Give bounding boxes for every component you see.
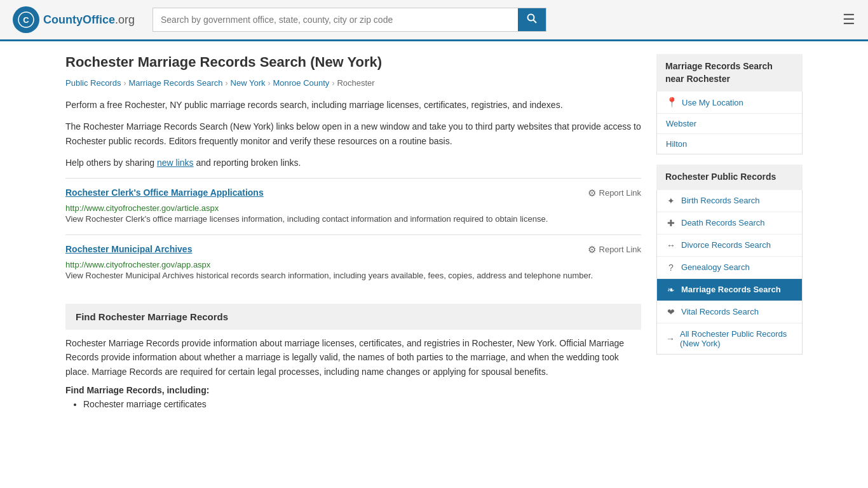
list-item-0: Rochester marriage certificates — [83, 399, 641, 409]
page-title: Rochester Marriage Records Search (New Y… — [65, 54, 641, 71]
sidebar-public-records-title: Rochester Public Records — [665, 172, 776, 182]
all-records-icon: → — [666, 334, 675, 344]
nearby-link-webster[interactable]: Webster — [657, 114, 802, 134]
sidebar-item-birth-records[interactable]: ✦ Birth Records Search — [657, 190, 802, 212]
sidebar-public-records-header: Rochester Public Records — [656, 165, 803, 190]
vital-records-icon: ❤ — [666, 307, 676, 317]
new-links-link[interactable]: new links — [157, 158, 194, 168]
breadcrumb-new-york[interactable]: New York — [231, 78, 266, 88]
search-input[interactable] — [153, 8, 518, 31]
record-title-1[interactable]: Rochester Municipal Archives — [65, 244, 192, 254]
location-pin-icon: 📍 — [666, 97, 678, 108]
breadcrumb-monroe-county[interactable]: Monroe County — [273, 78, 329, 88]
breadcrumb: Public Records › Marriage Records Search… — [65, 78, 641, 88]
global-search[interactable] — [153, 8, 546, 32]
all-records-link[interactable]: All Rochester Public Records (New York) — [680, 329, 793, 348]
vital-records-link[interactable]: Vital Records Search — [681, 307, 759, 316]
record-entry-1: Rochester Municipal Archives ⚙ Report Li… — [65, 234, 641, 291]
death-records-link[interactable]: Death Records Search — [681, 218, 765, 227]
sidebar: Marriage Records Search near Rochester 📍… — [656, 54, 803, 411]
record-entry-0: Rochester Clerk's Office Marriage Applic… — [65, 178, 641, 234]
svg-point-2 — [528, 15, 534, 21]
record-url-1[interactable]: http://www.cityofrochester.gov/app.aspx — [65, 260, 210, 269]
genealogy-link[interactable]: Genealogy Search — [681, 262, 750, 272]
sidebar-item-death-records[interactable]: ✚ Death Records Search — [657, 212, 802, 234]
breadcrumb-rochester: Rochester — [337, 78, 374, 88]
report-icon-1: ⚙ — [588, 244, 596, 255]
report-link-1[interactable]: ⚙ Report Link — [588, 244, 641, 255]
breadcrumb-public-records[interactable]: Public Records — [65, 78, 121, 88]
find-list: Rochester marriage certificates — [65, 399, 641, 409]
record-desc-1: View Rochester Municipal Archives histor… — [65, 269, 641, 282]
hamburger-menu[interactable]: ☰ — [843, 11, 855, 28]
nearby-link-hilton[interactable]: Hilton — [657, 134, 802, 154]
breadcrumb-marriage-records-search[interactable]: Marriage Records Search — [128, 78, 222, 88]
sidebar-item-marriage-records[interactable]: ❧ Marriage Records Search — [657, 279, 802, 301]
divorce-records-link[interactable]: Divorce Records Search — [681, 240, 771, 250]
find-section-text: Rochester Marriage Records provide infor… — [65, 336, 641, 379]
svg-line-3 — [534, 20, 537, 24]
description-2: The Rochester Marriage Records Search (N… — [65, 119, 641, 148]
divorce-records-icon: ↔ — [666, 240, 676, 250]
report-link-0[interactable]: ⚙ Report Link — [588, 187, 641, 199]
sidebar-item-genealogy[interactable]: ? Genealogy Search — [657, 257, 802, 279]
birth-records-icon: ✦ — [666, 196, 676, 206]
find-including-label: Find Marriage Records, including: — [65, 385, 641, 395]
description-1: Perform a free Rochester, NY public marr… — [65, 98, 641, 112]
record-desc-0: View Rochester Clerk's office marriage l… — [65, 213, 641, 226]
record-title-0[interactable]: Rochester Clerk's Office Marriage Applic… — [65, 187, 264, 198]
marriage-records-link[interactable]: Marriage Records Search — [681, 285, 781, 294]
logo-text: CountyOffice.org — [43, 13, 135, 27]
genealogy-icon: ? — [666, 262, 676, 273]
sidebar-nearby-header: Marriage Records Search near Rochester — [656, 54, 803, 92]
birth-records-link[interactable]: Birth Records Search — [681, 196, 760, 205]
logo-icon: C — [13, 6, 39, 33]
description-3: Help others by sharing new links and rep… — [65, 156, 641, 170]
sidebar-item-divorce-records[interactable]: ↔ Divorce Records Search — [657, 234, 802, 257]
search-button[interactable] — [518, 8, 546, 31]
sidebar-item-vital-records[interactable]: ❤ Vital Records Search — [657, 301, 802, 323]
find-section-header: Find Rochester Marriage Records — [65, 304, 641, 330]
sidebar-nearby-links: 📍 Use My Location Webster Hilton — [656, 92, 803, 154]
sidebar-public-records-items: ✦ Birth Records Search ✚ Death Records S… — [656, 190, 803, 355]
marriage-records-icon: ❧ — [666, 285, 676, 295]
death-records-icon: ✚ — [666, 218, 676, 228]
sidebar-nearby-title: Marriage Records Search near Rochester — [665, 61, 773, 84]
find-section-title: Find Rochester Marriage Records — [76, 311, 631, 322]
sidebar-item-all-records[interactable]: → All Rochester Public Records (New York… — [657, 323, 802, 354]
svg-text:C: C — [23, 15, 29, 25]
record-url-0[interactable]: http://www.cityofrochester.gov/article.a… — [65, 203, 219, 213]
logo[interactable]: C CountyOffice.org — [13, 6, 140, 33]
use-location-link[interactable]: 📍 Use My Location — [657, 92, 802, 114]
report-icon-0: ⚙ — [588, 187, 596, 199]
